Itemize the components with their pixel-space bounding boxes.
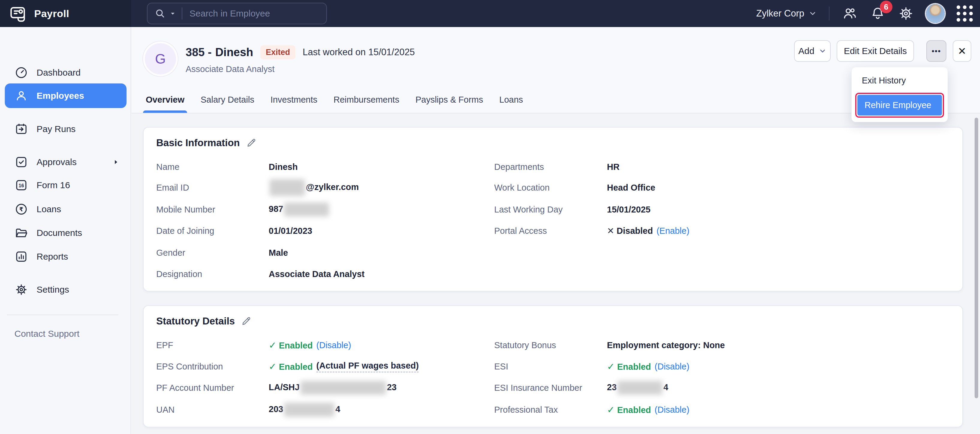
sidebar-item-settings[interactable]: Settings <box>5 277 127 302</box>
notification-count-badge: 6 <box>880 1 892 13</box>
gear-icon <box>898 5 914 22</box>
more-actions-menu: Exit History Rehire Employee <box>851 67 948 122</box>
sidebar: Dashboard Employees Pay Runs Approvals <box>0 27 131 434</box>
field-name: Name Dinesh <box>156 161 298 173</box>
employees-icon <box>14 89 28 103</box>
tab-loans[interactable]: Loans <box>499 95 523 113</box>
chevron-down-icon <box>819 47 826 55</box>
sidebar-item-reports[interactable]: Reports <box>5 244 127 269</box>
form-16-icon: 16 <box>14 178 28 192</box>
sidebar-item-label: Approvals <box>37 157 76 167</box>
chevron-right-icon <box>112 158 119 166</box>
more-actions-button[interactable]: ••• <box>926 40 947 62</box>
contact-support-link[interactable]: Contact Support <box>14 329 80 339</box>
sidebar-item-form-16[interactable]: 16 Form 16 <box>5 173 127 198</box>
sidebar-item-employees[interactable]: Employees <box>5 83 127 108</box>
last-worked-text: Last worked on 15/01/2025 <box>302 47 415 57</box>
disable-professional-tax-link[interactable]: (Disable) <box>655 405 689 415</box>
svg-text:16: 16 <box>19 183 24 188</box>
field-mobile: Mobile Number 987 <box>156 204 330 215</box>
settings-gear-button[interactable] <box>898 5 914 22</box>
vertical-scrollbar[interactable] <box>975 118 978 398</box>
field-professional-tax: Professional Tax Enabled (Disable) <box>494 404 689 416</box>
check-icon: Enabled <box>269 340 313 351</box>
menu-item-exit-history[interactable]: Exit History <box>852 72 948 90</box>
dashboard-icon <box>14 66 28 80</box>
enable-portal-access-link[interactable]: (Enable) <box>656 226 689 236</box>
loans-icon: ₹ <box>14 202 28 216</box>
redacted-esi-number <box>617 381 662 395</box>
top-navbar: Payroll Search in Employee Zylker Corp <box>0 0 980 27</box>
sidebar-item-pay-runs[interactable]: Pay Runs <box>5 117 127 141</box>
org-name: Zylker Corp <box>756 8 804 19</box>
field-statutory-bonus: Statutory Bonus Employment category: Non… <box>494 339 725 351</box>
redacted-mobile <box>284 203 329 216</box>
employee-title-row: 385 - Dinesh Exited Last worked on 15/01… <box>186 45 415 59</box>
sidebar-item-loans[interactable]: ₹ Loans <box>5 197 127 222</box>
check-icon: Enabled <box>607 404 651 415</box>
edit-exit-details-button[interactable]: Edit Exit Details <box>837 40 914 62</box>
basic-information-card: Basic Information Name Dinesh Email ID @… <box>143 127 963 292</box>
menu-item-rehire-employee[interactable]: Rehire Employee <box>856 94 943 116</box>
search-scope-chevron-icon[interactable] <box>169 10 176 17</box>
field-date-of-joining: Date of Joining 01/01/2023 <box>156 225 312 237</box>
field-eps-contribution: EPS Contribution Enabled (Actual PF wage… <box>156 361 418 372</box>
app-grid-icon[interactable] <box>957 5 973 22</box>
navbar-right-cluster: Zylker Corp 6 <box>756 0 973 27</box>
app-logo[interactable]: Payroll <box>8 3 69 23</box>
sidebar-item-label: Reports <box>37 252 68 262</box>
tab-reimbursements[interactable]: Reimbursements <box>334 95 399 113</box>
disable-epf-link[interactable]: (Disable) <box>317 340 351 350</box>
check-icon: Enabled <box>607 361 651 372</box>
navbar-divider <box>829 6 829 21</box>
disable-esi-link[interactable]: (Disable) <box>655 362 689 372</box>
close-button[interactable]: ✕ <box>953 40 971 62</box>
payroll-app: Payroll Search in Employee Zylker Corp <box>0 0 980 434</box>
settings-icon <box>14 283 28 297</box>
org-switcher[interactable]: Zylker Corp <box>756 8 817 19</box>
field-work-location: Work Location Head Office <box>494 182 655 194</box>
edit-statutory-details-icon[interactable] <box>241 316 251 327</box>
field-designation: Designation Associate Data Analyst <box>156 268 365 280</box>
sidebar-item-approvals[interactable]: Approvals <box>5 150 127 174</box>
sidebar-item-label: Documents <box>37 228 82 238</box>
basic-information-title: Basic Information <box>156 137 240 148</box>
sidebar-item-documents[interactable]: Documents <box>5 220 127 245</box>
sidebar-item-label: Form 16 <box>37 180 70 190</box>
employee-avatar: G <box>145 43 176 75</box>
eps-note[interactable]: (Actual PF wages based) <box>317 361 419 372</box>
search-input[interactable]: Search in Employee <box>189 8 270 19</box>
statutory-details-title: Statutory Details <box>156 316 235 327</box>
sidebar-item-label: Pay Runs <box>37 124 76 134</box>
add-button[interactable]: Add <box>794 40 830 62</box>
edit-basic-information-icon[interactable] <box>246 137 257 148</box>
field-departments: Departments HR <box>494 161 620 173</box>
sidebar-divider <box>7 314 118 315</box>
redacted-email-prefix <box>270 179 305 196</box>
tab-overview[interactable]: Overview <box>146 95 185 113</box>
statutory-details-card: Statutory Details EPF Enabled (Disable) … <box>143 305 963 428</box>
notifications-button[interactable]: 6 <box>870 5 886 22</box>
field-gender: Gender Male <box>156 247 288 259</box>
sidebar-item-label: Loans <box>37 204 61 214</box>
tab-salary-details[interactable]: Salary Details <box>200 95 254 113</box>
sidebar-item-label: Employees <box>37 91 84 101</box>
users-icon[interactable] <box>842 5 858 22</box>
field-portal-access: Portal Access Disabled (Enable) <box>494 225 689 237</box>
global-search[interactable]: Search in Employee <box>147 3 327 24</box>
sidebar-item-label: Dashboard <box>37 67 81 78</box>
status-badge: Exited <box>260 45 295 59</box>
documents-icon <box>14 226 28 240</box>
tab-payslips-forms[interactable]: Payslips & Forms <box>415 95 483 113</box>
redacted-pf-number <box>301 381 386 395</box>
approvals-icon <box>14 155 28 169</box>
tab-investments[interactable]: Investments <box>270 95 317 113</box>
field-esi-insurance-number: ESI Insurance Number 234 <box>494 382 668 394</box>
payroll-logo-icon <box>8 3 28 23</box>
redacted-uan <box>284 403 334 416</box>
field-pf-account-number: PF Account Number LA/SHJ23 <box>156 382 396 394</box>
sidebar-item-dashboard[interactable]: Dashboard <box>5 60 127 85</box>
employee-tabs: Overview Salary Details Investments Reim… <box>146 95 523 113</box>
user-avatar[interactable] <box>926 4 945 23</box>
field-esi: ESI Enabled (Disable) <box>494 361 689 372</box>
